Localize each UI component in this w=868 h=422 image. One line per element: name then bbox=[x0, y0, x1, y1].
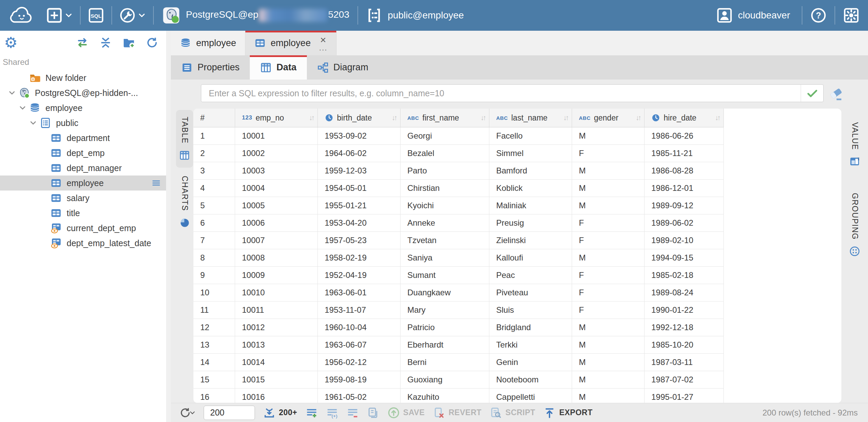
cell-gender[interactable]: M bbox=[572, 197, 645, 214]
cell-first_name[interactable]: Kyoichi bbox=[401, 197, 489, 214]
cell-last_name[interactable]: Koblick bbox=[489, 180, 572, 197]
refresh-tree-icon[interactable] bbox=[146, 36, 159, 49]
cell-#[interactable]: 5 bbox=[193, 197, 235, 214]
cell-gender[interactable]: F bbox=[572, 145, 645, 162]
cell-#[interactable]: 15 bbox=[193, 371, 235, 388]
cell-first_name[interactable]: Berni bbox=[401, 354, 489, 371]
cell-gender[interactable]: M bbox=[572, 389, 645, 403]
sidebar-settings-icon[interactable]: ⚙ bbox=[4, 35, 17, 50]
tools-button[interactable] bbox=[114, 0, 151, 31]
cell-#[interactable]: 1 bbox=[193, 127, 235, 144]
row-menu-icon[interactable] bbox=[150, 179, 162, 187]
cell-birth_date[interactable]: 1963-06-01 bbox=[318, 284, 401, 301]
cell-last_name[interactable]: Terkki bbox=[489, 336, 572, 353]
column-header-first_name[interactable]: ABCfirst_name↓↑ bbox=[401, 109, 489, 127]
cell-first_name[interactable]: Bezalel bbox=[401, 145, 489, 162]
cell-gender[interactable]: F bbox=[572, 267, 645, 284]
cell-first_name[interactable]: Eberhardt bbox=[401, 336, 489, 353]
column-header-gender[interactable]: ABCgender↓↑ bbox=[572, 109, 645, 127]
cell-birth_date[interactable]: 1960-10-04 bbox=[318, 319, 401, 336]
cell-#[interactable]: 11 bbox=[193, 301, 235, 319]
cell-hire_date[interactable]: 1989-06-02 bbox=[645, 214, 724, 231]
cell-birth_date[interactable]: 1953-09-02 bbox=[318, 127, 401, 144]
cell-last_name[interactable]: Peac bbox=[489, 267, 572, 284]
cell-#[interactable]: 13 bbox=[193, 336, 235, 353]
cell-last_name[interactable]: Genin bbox=[489, 354, 572, 371]
cell-#[interactable]: 16 bbox=[193, 389, 235, 403]
cell-emp_no[interactable]: 10007 bbox=[235, 232, 318, 249]
cell-last_name[interactable]: Maliniak bbox=[489, 197, 572, 214]
fetch-more-button[interactable]: 200+ bbox=[263, 407, 297, 419]
user-menu[interactable]: cloudbeaver bbox=[713, 8, 794, 23]
cell-hire_date[interactable]: 1987-03-11 bbox=[645, 354, 724, 371]
cell-emp_no[interactable]: 10001 bbox=[235, 127, 318, 144]
cell-#[interactable]: 7 bbox=[193, 232, 235, 249]
cell-hire_date[interactable]: 1985-11-21 bbox=[645, 145, 724, 162]
duplicate-row-button[interactable]: (+) bbox=[326, 407, 338, 419]
cell-emp_no[interactable]: 10014 bbox=[235, 354, 318, 371]
sidebar-scrollbar[interactable] bbox=[166, 31, 171, 422]
tree-item[interactable]: dept_manager bbox=[0, 160, 171, 175]
cell-hire_date[interactable]: 1989-08-24 bbox=[645, 284, 724, 301]
cell-hire_date[interactable]: 1986-08-28 bbox=[645, 162, 724, 179]
cell-emp_no[interactable]: 10009 bbox=[235, 267, 318, 284]
tree-item[interactable]: dept_emp_latest_date bbox=[0, 236, 171, 251]
cell-birth_date[interactable]: 1964-06-02 bbox=[318, 145, 401, 162]
panel-tab-charts[interactable]: CHARTS bbox=[176, 169, 193, 235]
cell-last_name[interactable]: Cappelletti bbox=[489, 389, 572, 403]
save-button[interactable]: SAVE bbox=[388, 407, 425, 419]
cell-gender[interactable]: F bbox=[572, 301, 645, 319]
cell-first_name[interactable]: Anneke bbox=[401, 214, 489, 231]
panel-tab-table[interactable]: TABLE bbox=[176, 110, 193, 168]
sort-arrows-icon[interactable]: ↓↑ bbox=[634, 114, 640, 122]
sql-editor-button[interactable]: SQL bbox=[83, 0, 109, 31]
add-row-button[interactable] bbox=[306, 407, 318, 419]
cell-gender[interactable]: F bbox=[572, 214, 645, 231]
tree-item[interactable]: New folder bbox=[0, 70, 171, 85]
cell-birth_date[interactable]: 1957-05-23 bbox=[318, 232, 401, 249]
cell-gender[interactable]: M bbox=[572, 371, 645, 388]
cell-hire_date[interactable]: 1985-10-20 bbox=[645, 336, 724, 353]
cell-gender[interactable]: M bbox=[572, 354, 645, 371]
cell-first_name[interactable]: Saniya bbox=[401, 249, 489, 266]
cell-emp_no[interactable]: 10008 bbox=[235, 249, 318, 266]
tree-item[interactable]: public bbox=[0, 115, 171, 130]
cell-#[interactable]: 14 bbox=[193, 354, 235, 371]
cell-birth_date[interactable]: 1953-11-07 bbox=[318, 301, 401, 319]
cell-gender[interactable]: M bbox=[572, 180, 645, 197]
cell-last_name[interactable]: Nooteboom bbox=[489, 371, 572, 388]
cell-first_name[interactable]: Georgi bbox=[401, 127, 489, 144]
cell-first_name[interactable]: Chirstian bbox=[401, 180, 489, 197]
help-button[interactable]: ? bbox=[811, 8, 826, 23]
cell-birth_date[interactable]: 1961-05-02 bbox=[318, 389, 401, 403]
cell-first_name[interactable]: Duangkaew bbox=[401, 284, 489, 301]
cell-last_name[interactable]: Zielinski bbox=[489, 232, 572, 249]
cell-hire_date[interactable]: 1987-07-02 bbox=[645, 371, 724, 388]
cloudbeaver-logo-icon[interactable] bbox=[7, 5, 33, 25]
cell-last_name[interactable]: Facello bbox=[489, 127, 572, 144]
tree-item[interactable]: salary bbox=[0, 191, 171, 206]
chevron-down-icon[interactable] bbox=[6, 88, 18, 97]
settings-button[interactable] bbox=[843, 8, 859, 23]
cell-hire_date[interactable]: 1995-01-27 bbox=[645, 389, 724, 403]
new-object-button[interactable] bbox=[41, 0, 78, 31]
export-button[interactable]: EXPORT bbox=[543, 407, 593, 419]
tree-item[interactable]: PostgreSQL@ep-hidden-... bbox=[0, 85, 171, 100]
cell-#[interactable]: 4 bbox=[193, 180, 235, 197]
cell-birth_date[interactable]: 1958-02-19 bbox=[318, 249, 401, 266]
cell-gender[interactable]: F bbox=[572, 284, 645, 301]
cell-gender[interactable]: M bbox=[572, 319, 645, 336]
cell-emp_no[interactable]: 10003 bbox=[235, 162, 318, 179]
cell-gender[interactable]: M bbox=[572, 162, 645, 179]
cell-first_name[interactable]: Mary bbox=[401, 301, 489, 319]
cell-hire_date[interactable]: 1990-01-22 bbox=[645, 301, 724, 319]
cell-birth_date[interactable]: 1959-08-19 bbox=[318, 371, 401, 388]
editor-tab[interactable]: employee bbox=[171, 31, 245, 55]
tree-item[interactable]: dept_emp bbox=[0, 145, 171, 160]
tree-item[interactable]: title bbox=[0, 206, 171, 221]
script-button[interactable]: SCRIPT bbox=[490, 407, 535, 419]
cell-emp_no[interactable]: 10005 bbox=[235, 197, 318, 214]
cell-hire_date[interactable]: 1986-12-01 bbox=[645, 180, 724, 197]
collapse-all-icon[interactable] bbox=[99, 36, 112, 49]
cell-emp_no[interactable]: 10013 bbox=[235, 336, 318, 353]
